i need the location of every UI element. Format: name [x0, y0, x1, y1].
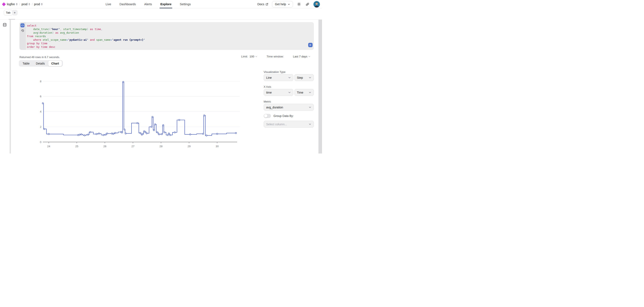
chevron-down-icon	[288, 76, 291, 79]
time-window-label: Time window:	[266, 55, 284, 58]
avatar[interactable]	[314, 1, 320, 7]
time-window-dropdown[interactable]: Last 7 days	[293, 55, 310, 58]
run-query-button[interactable]	[308, 43, 312, 47]
format-sql-button[interactable]	[20, 23, 24, 27]
tab-details[interactable]: Details	[33, 60, 48, 67]
viz-type-select[interactable]: Line	[264, 74, 293, 81]
nav-alerts[interactable]: Alerts	[144, 0, 152, 8]
metric-select[interactable]: avg_duration	[264, 104, 314, 111]
nav-dashboards[interactable]: Dashboards	[120, 0, 136, 8]
svg-text:29: 29	[188, 145, 190, 148]
svg-text:30: 30	[216, 145, 218, 148]
x-axis-type-select[interactable]: Time	[294, 89, 314, 96]
breadcrumb-project-label: prod	[22, 2, 28, 6]
chart[interactable]: 0246824252627282930	[31, 78, 240, 150]
editor-gutter	[20, 22, 26, 50]
get-help-button[interactable]: Get help	[272, 1, 293, 7]
link-icon	[306, 2, 309, 6]
app-header: logfire / prod / prod Live Dashboards Al…	[0, 0, 322, 8]
database-icon	[3, 23, 7, 27]
group-by-toggle[interactable]	[264, 114, 271, 118]
tab-chart[interactable]: Chart	[48, 60, 62, 66]
group-by-column-select[interactable]: Select column...	[264, 121, 314, 128]
share-link-button[interactable]	[305, 2, 310, 6]
limit-label: Limit:	[241, 55, 248, 58]
breadcrumb-env-label: prod	[34, 2, 40, 6]
view-switcher: Table Details Chart	[19, 60, 63, 67]
breadcrumb-env[interactable]: prod	[34, 2, 43, 6]
svg-text:25: 25	[75, 145, 78, 148]
time-window-value: Last 7 days	[293, 55, 307, 58]
chevron-down-icon	[255, 55, 258, 58]
group-by-label: Group Data By:	[274, 114, 294, 118]
add-tab-button[interactable]: +	[12, 10, 18, 15]
user-photo	[314, 1, 320, 7]
sun-icon	[297, 2, 301, 6]
group-by-placeholder: Select column...	[266, 123, 287, 126]
svg-text:24: 24	[47, 145, 50, 148]
svg-text:26: 26	[103, 145, 106, 148]
breadcrumb-org[interactable]: logfire	[7, 2, 18, 6]
chevron-up-down-icon	[16, 3, 18, 5]
svg-text:4: 4	[40, 110, 42, 113]
svg-text:2: 2	[40, 125, 42, 128]
svg-text:28: 28	[160, 145, 162, 148]
tab-table[interactable]: Table	[20, 60, 32, 67]
visualization-type-label: Visualization Type	[264, 70, 286, 73]
nav-live[interactable]: Live	[106, 0, 111, 8]
limit-value: 100	[250, 55, 254, 58]
toggle-knob	[264, 114, 268, 118]
x-axis-type-value: Time	[297, 91, 304, 94]
docs-link[interactable]: Docs	[258, 2, 268, 6]
metric-value: avg_duration	[266, 106, 283, 109]
nav-settings[interactable]: Settings	[180, 0, 191, 8]
viz-type-value: Line	[266, 76, 272, 79]
play-icon	[309, 43, 312, 46]
breadcrumb-project[interactable]: prod	[22, 2, 30, 6]
chevron-down-icon	[288, 3, 290, 5]
chevron-down-icon	[308, 106, 311, 109]
chevron-down-icon	[308, 76, 311, 79]
sql-query-input[interactable]: select date_trunc('hour', start_timestam…	[27, 24, 306, 49]
chevron-up-down-icon	[28, 3, 30, 5]
chevron-down-icon	[288, 91, 291, 94]
breadcrumb: logfire / prod / prod	[2, 0, 43, 8]
query-tabs-bar: Tab +	[0, 8, 322, 20]
schema-browser-button[interactable]	[3, 23, 7, 28]
chevron-down-icon	[308, 123, 311, 125]
metric-label: Metric	[264, 100, 271, 103]
query-tab[interactable]: Tab	[4, 10, 12, 15]
chevron-down-icon	[308, 91, 311, 94]
history-clock-icon	[21, 29, 24, 32]
x-axis-label: X Axis	[264, 85, 271, 88]
limit-dropdown[interactable]: 100	[250, 55, 258, 58]
logfire-logo-icon	[2, 2, 6, 6]
vertical-scrollbar-track[interactable]	[318, 20, 322, 153]
code-brackets-icon	[21, 24, 24, 26]
group-by-row: Group Data By:	[264, 114, 294, 118]
main-nav: Live Dashboards Alerts Explore Settings	[106, 0, 191, 8]
breadcrumb-separator: /	[32, 2, 32, 6]
chevron-down-icon	[308, 55, 310, 58]
nav-explore[interactable]: Explore	[160, 0, 172, 8]
left-panel-divider[interactable]	[10, 20, 11, 153]
breadcrumb-org-label: logfire	[7, 2, 15, 6]
breadcrumb-separator: /	[19, 2, 20, 6]
results-controls: Limit: 100 Time window: Last 7 days	[241, 55, 310, 58]
query-status-text: Returned 49 rows in 6.7 seconds.	[20, 55, 60, 59]
svg-text:27: 27	[132, 145, 134, 148]
query-history-button[interactable]	[21, 29, 24, 32]
x-axis-column-select[interactable]: time	[264, 89, 293, 96]
x-axis-column-value: time	[266, 91, 272, 94]
step-line-chart[interactable]: 0246824252627282930	[31, 78, 240, 150]
sql-editor: select date_trunc('hour', start_timestam…	[20, 22, 314, 50]
svg-text:0: 0	[40, 141, 42, 144]
svg-text:6: 6	[40, 95, 42, 98]
get-help-label: Get help	[275, 2, 286, 6]
svg-text:8: 8	[40, 80, 42, 83]
theme-toggle-button[interactable]	[297, 2, 301, 6]
viz-style-select[interactable]: Step	[294, 74, 314, 81]
left-rail	[0, 20, 10, 153]
viz-style-value: Step	[297, 76, 303, 79]
chevron-up-down-icon	[41, 3, 43, 5]
